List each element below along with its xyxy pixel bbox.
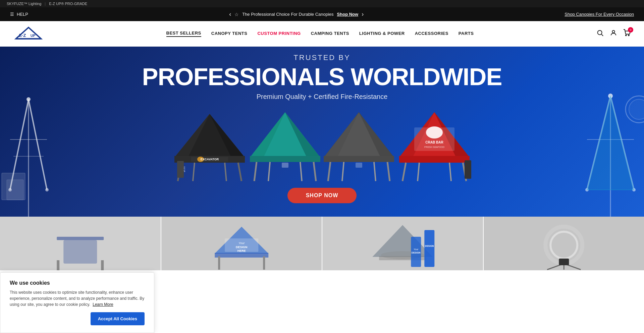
svg-line-58 xyxy=(374,162,376,181)
svg-line-55 xyxy=(328,162,330,181)
svg-rect-77 xyxy=(101,260,104,270)
prev-arrow-icon[interactable]: ‹ xyxy=(229,11,231,18)
star-icon: ☆ xyxy=(234,12,239,17)
svg-point-95 xyxy=(550,232,577,259)
announcement-shop-link[interactable]: Shop Now xyxy=(337,12,359,17)
product-card-1[interactable] xyxy=(0,217,161,270)
tent-black: EXCAVATOR E-Z UP xyxy=(171,111,248,184)
product-card-3[interactable]: Your DESIGN DESIGN xyxy=(322,217,484,270)
site-header: E·Z UP BEST SELLERS CANOPY TENTS CUSTOM … xyxy=(0,21,644,47)
nav-parts[interactable]: PARTS xyxy=(459,31,474,37)
svg-line-48 xyxy=(268,162,270,181)
hero-subtitle: TRUSTED BY xyxy=(142,53,502,62)
frame-decoration-left xyxy=(0,89,57,217)
nav-camping-tents[interactable]: CAMPING TENTS xyxy=(311,31,349,37)
svg-point-7 xyxy=(626,35,627,36)
svg-point-15 xyxy=(45,188,49,191)
nav-canopy-tents[interactable]: CANOPY TENTS xyxy=(211,31,248,37)
svg-point-4 xyxy=(598,31,602,35)
announcement-center: ‹ ☆ The Professional Choice For Durable … xyxy=(229,11,364,18)
svg-rect-18 xyxy=(7,180,23,200)
svg-line-46 xyxy=(254,162,257,181)
hero-cta-button[interactable]: Shop Now xyxy=(287,188,357,203)
cart-count: 0 xyxy=(628,27,633,33)
svg-rect-54 xyxy=(324,156,394,162)
svg-text:Your: Your xyxy=(238,241,245,245)
svg-text:EXCAVATOR: EXCAVATOR xyxy=(201,158,219,161)
account-icon[interactable] xyxy=(610,29,617,38)
hero-title: PROFESSIONALS WORLDWIDE xyxy=(142,65,502,89)
tent-display: EXCAVATOR E-Z UP xyxy=(154,111,490,184)
hero-banner: TRUSTED BY PROFESSIONALS WORLDWIDE Premi… xyxy=(0,47,644,217)
products-section: Your DESIGN HERE Your DESIGN DESIGN xyxy=(0,217,644,270)
nav-accessories[interactable]: ACCESSORIES xyxy=(415,31,448,37)
svg-rect-79 xyxy=(215,253,268,258)
svg-point-6 xyxy=(612,31,614,33)
svg-rect-81 xyxy=(263,256,265,270)
svg-text:HERE: HERE xyxy=(237,249,246,253)
svg-rect-74 xyxy=(63,240,97,264)
announcement-bar: ☰ HELP ‹ ☆ The Professional Choice For D… xyxy=(0,7,644,21)
svg-text:E·Z: E·Z xyxy=(19,33,26,38)
tent-gray xyxy=(322,111,396,184)
svg-text:DESIGN: DESIGN xyxy=(412,252,421,254)
svg-rect-50 xyxy=(282,163,288,168)
svg-point-65 xyxy=(426,126,443,138)
svg-text:CRAB BAR: CRAB BAR xyxy=(425,141,443,144)
svg-line-56 xyxy=(387,162,390,181)
svg-line-68 xyxy=(402,163,406,181)
tent-teal xyxy=(248,111,322,184)
utility-divider: | xyxy=(45,2,46,6)
canopies-link[interactable]: Shop Canopies For Every Occasion xyxy=(565,12,634,17)
main-nav: BEST SELLERS CANOPY TENTS CUSTOM PRINTIN… xyxy=(166,31,474,37)
utility-bar: SKYFUZE™ Lighting | E-Z UP® PRO-GRADE xyxy=(0,0,644,7)
svg-rect-45 xyxy=(250,156,320,162)
svg-point-28 xyxy=(629,99,644,119)
hero-text: TRUSTED BY PROFESSIONALS WORLDWIDE Premi… xyxy=(142,53,502,111)
svg-line-5 xyxy=(601,34,603,36)
svg-line-71 xyxy=(449,163,451,181)
product-card-4[interactable] xyxy=(484,217,644,270)
svg-text:UP: UP xyxy=(31,34,36,38)
svg-line-10 xyxy=(29,99,47,190)
nav-best-sellers[interactable]: BEST SELLERS xyxy=(166,31,201,37)
svg-text:E-Z UP: E-Z UP xyxy=(183,167,185,172)
hamburger-icon: ☰ xyxy=(10,12,14,17)
svg-rect-99 xyxy=(559,259,569,265)
svg-rect-40 xyxy=(177,161,184,178)
svg-rect-75 xyxy=(57,237,104,240)
svg-marker-26 xyxy=(587,96,634,190)
tent-red: CRAB BAR FRESH SEAFOOD E-Z UP xyxy=(396,111,473,184)
product-card-2[interactable]: Your DESIGN HERE xyxy=(161,217,323,270)
hero-description: Premium Quality + Certified Fire-Resista… xyxy=(142,93,502,101)
help-label: HELP xyxy=(17,12,28,17)
svg-text:DESIGN: DESIGN xyxy=(235,245,247,249)
search-icon[interactable] xyxy=(596,29,604,38)
svg-line-38 xyxy=(193,163,195,181)
svg-rect-72 xyxy=(465,160,471,179)
help-menu-button[interactable]: ☰ HELP xyxy=(10,12,28,17)
nav-custom-printing[interactable]: CUSTOM PRINTING xyxy=(257,31,301,37)
svg-rect-63 xyxy=(399,156,470,163)
svg-line-37 xyxy=(238,163,241,181)
logo[interactable]: E·Z UP xyxy=(13,24,44,43)
announcement-message: The Professional Choice For Durable Cano… xyxy=(242,12,333,17)
svg-text:Your: Your xyxy=(414,248,419,251)
svg-point-8 xyxy=(628,35,629,36)
svg-line-49 xyxy=(300,162,302,181)
svg-rect-76 xyxy=(57,260,59,270)
svg-point-16 xyxy=(26,97,31,101)
svg-line-57 xyxy=(342,162,344,181)
svg-rect-90 xyxy=(424,230,434,267)
svg-rect-59 xyxy=(356,163,362,168)
nav-lighting[interactable]: LIGHTING & POWER xyxy=(359,31,405,37)
utility-item-2: E-Z UP® PRO-GRADE xyxy=(49,2,87,6)
svg-text:FRESH SEAFOOD: FRESH SEAFOOD xyxy=(424,146,444,148)
svg-text:DESIGN: DESIGN xyxy=(425,245,434,247)
svg-line-39 xyxy=(225,163,226,181)
utility-item-1: SKYFUZE™ Lighting xyxy=(7,2,41,6)
svg-line-47 xyxy=(314,162,316,181)
header-icons: 0 xyxy=(596,29,631,38)
next-arrow-icon[interactable]: › xyxy=(362,11,364,18)
cart-icon[interactable]: 0 xyxy=(623,29,631,38)
